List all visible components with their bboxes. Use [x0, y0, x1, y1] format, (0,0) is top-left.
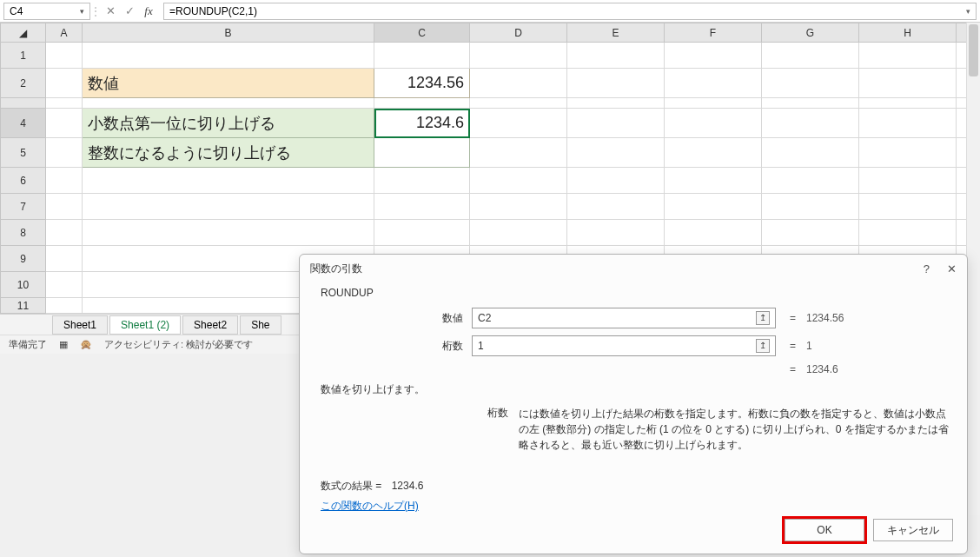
cell[interactable] — [46, 194, 83, 220]
cell[interactable] — [762, 168, 859, 194]
cell-D4[interactable] — [470, 109, 567, 138]
col-header-A[interactable]: A — [46, 23, 83, 43]
cell-A3[interactable] — [46, 98, 83, 109]
cell-F2[interactable] — [665, 69, 762, 98]
cell-A2[interactable] — [46, 69, 83, 98]
cell-A5[interactable] — [46, 138, 83, 168]
cell[interactable] — [374, 168, 470, 194]
cell-C2[interactable]: 1234.56 — [374, 69, 470, 98]
close-icon[interactable]: ✕ — [947, 262, 957, 275]
cancel-button[interactable]: キャンセル — [873, 519, 953, 541]
cell-B5[interactable]: 整数になるように切り上げる — [83, 138, 374, 168]
cell[interactable] — [470, 220, 567, 246]
cell[interactable] — [665, 194, 762, 220]
fx-icon[interactable]: fx — [139, 3, 158, 20]
cell[interactable] — [46, 168, 83, 194]
cell-G4[interactable] — [762, 109, 859, 138]
cell-E1[interactable] — [567, 43, 665, 69]
col-header-H[interactable]: H — [859, 23, 957, 43]
cell-F3[interactable] — [665, 98, 762, 109]
cell[interactable] — [83, 168, 374, 194]
cell[interactable] — [859, 220, 957, 246]
range-select-icon[interactable]: ↥ — [756, 339, 770, 353]
cell-G1[interactable] — [762, 43, 859, 69]
row-header-5[interactable]: 5 — [1, 138, 46, 168]
cell-E5[interactable] — [567, 138, 665, 168]
ok-button[interactable]: OK — [785, 519, 864, 541]
col-header-E[interactable]: E — [567, 23, 665, 43]
cell[interactable] — [374, 220, 470, 246]
function-help-link[interactable]: この関数のヘルプ(H) — [321, 499, 950, 514]
cell-H2[interactable] — [859, 69, 957, 98]
cell-G3[interactable] — [762, 98, 859, 109]
vertical-scrollbar[interactable] — [966, 23, 980, 515]
cell[interactable] — [567, 168, 665, 194]
cell-H1[interactable] — [859, 43, 957, 69]
cancel-formula-icon[interactable]: ✕ — [101, 3, 120, 20]
cell-E3[interactable] — [567, 98, 665, 109]
col-header-C[interactable]: C — [374, 23, 470, 43]
name-box[interactable]: C4 ▾ — [3, 3, 90, 20]
cell-B1[interactable] — [83, 43, 374, 69]
cell-F1[interactable] — [665, 43, 762, 69]
row-header-9[interactable]: 9 — [1, 246, 46, 272]
cell[interactable] — [762, 220, 859, 246]
row-header-6[interactable]: 6 — [1, 168, 46, 194]
cell-G5[interactable] — [762, 138, 859, 168]
cell[interactable] — [859, 194, 957, 220]
cell[interactable] — [374, 194, 470, 220]
cell-H5[interactable] — [859, 138, 957, 168]
row-header-4[interactable]: 4 — [1, 109, 46, 138]
cell-H3[interactable] — [859, 98, 957, 109]
cell-B3[interactable] — [83, 98, 374, 109]
cell[interactable] — [859, 168, 957, 194]
help-icon[interactable]: ? — [924, 262, 930, 275]
cell[interactable] — [46, 272, 83, 298]
range-select-icon[interactable]: ↥ — [756, 311, 770, 325]
cell[interactable] — [83, 194, 374, 220]
cell[interactable] — [567, 194, 665, 220]
cell[interactable] — [762, 194, 859, 220]
cell-B4[interactable]: 小数点第一位に切り上げる — [83, 109, 374, 138]
cell-A1[interactable] — [46, 43, 83, 69]
scroll-thumb[interactable] — [969, 24, 978, 76]
cell[interactable] — [470, 168, 567, 194]
cell-F4[interactable] — [665, 109, 762, 138]
cell-E4[interactable] — [567, 109, 665, 138]
row-header-1[interactable]: 1 — [1, 43, 46, 69]
sheet-tab-3[interactable]: Sheet2 — [182, 315, 238, 335]
select-all-corner[interactable]: ◢ — [1, 23, 46, 43]
cell-D1[interactable] — [470, 43, 567, 69]
formula-input[interactable]: =ROUNDUP(C2,1) ▾ — [163, 3, 977, 20]
col-header-F[interactable]: F — [665, 23, 762, 43]
row-header-7[interactable]: 7 — [1, 194, 46, 220]
cell-G2[interactable] — [762, 69, 859, 98]
cell[interactable] — [46, 220, 83, 246]
cell-H4[interactable] — [859, 109, 957, 138]
row-header-3[interactable] — [1, 98, 46, 109]
cell-F5[interactable] — [665, 138, 762, 168]
cell[interactable] — [665, 168, 762, 194]
expand-formula-icon[interactable]: ▾ — [966, 7, 970, 16]
arg-input-number[interactable]: C2 ↥ — [472, 308, 776, 328]
cell[interactable] — [83, 220, 374, 246]
col-header-D[interactable]: D — [470, 23, 567, 43]
cell-D3[interactable] — [470, 98, 567, 109]
cell-B2[interactable]: 数値 — [83, 69, 374, 98]
cell-E2[interactable] — [567, 69, 665, 98]
cell[interactable] — [665, 220, 762, 246]
row-header-10[interactable]: 10 — [1, 272, 46, 298]
arg-input-digits[interactable]: 1 ↥ — [472, 335, 776, 356]
accept-formula-icon[interactable]: ✓ — [120, 3, 139, 20]
sheet-tab-4[interactable]: She — [240, 315, 281, 335]
cell[interactable] — [46, 246, 83, 272]
cell-D2[interactable] — [470, 69, 567, 98]
col-header-B[interactable]: B — [83, 23, 374, 43]
cell-C4[interactable]: 1234.6 — [374, 109, 470, 138]
cell-A4[interactable] — [46, 109, 83, 138]
sheet-tab-2[interactable]: Sheet1 (2) — [109, 315, 181, 335]
cell-C3[interactable] — [374, 98, 470, 109]
cell-C5[interactable] — [374, 138, 470, 168]
cell[interactable] — [46, 298, 83, 314]
sheet-tab-1[interactable]: Sheet1 — [52, 315, 108, 335]
